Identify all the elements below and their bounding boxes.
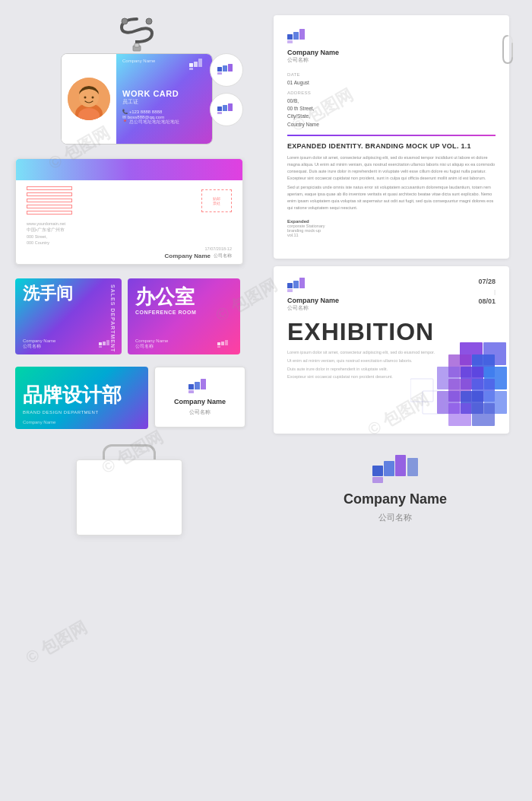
svg-rect-59	[384, 461, 394, 476]
badge-pins	[210, 53, 243, 126]
svg-rect-24	[106, 340, 109, 345]
exh-dates: 07/28 | 08/01	[478, 277, 496, 307]
svg-rect-41	[287, 289, 293, 292]
envelope-footer: 17/07/2018-12 Company Name 公司名称	[165, 246, 232, 259]
svg-rect-28	[225, 340, 228, 345]
card-info-section: Company Name WORK CARD 员工证 📞 +123 8888 8…	[116, 54, 212, 144]
avatar	[68, 78, 110, 120]
door-sign-bottom: Company Name 公司名称	[23, 339, 114, 350]
lh-company-name: Company Name	[287, 49, 339, 56]
card-address: 📍 总公司地址地址地址地址	[122, 119, 206, 125]
svg-rect-18	[217, 106, 222, 111]
svg-rect-33	[188, 390, 194, 393]
svg-point-9	[92, 97, 94, 99]
envelope: 贴邮 票处 www.yourdomain.net 中国•广东省广州市 000 S…	[15, 158, 243, 265]
svg-rect-11	[194, 62, 198, 67]
dept-en: BRAND DESIGN DEPARTMENT	[23, 410, 141, 415]
lh-logo: Company Name 公司名称	[287, 27, 339, 64]
card-company-name: Company Name	[122, 59, 155, 63]
envelope-header	[16, 159, 242, 180]
bottom-company-card: Company Name 公司名称	[274, 441, 517, 536]
bottom-company-cn: 公司名称	[378, 512, 412, 523]
svg-rect-55	[472, 403, 495, 426]
svg-rect-20	[228, 103, 233, 111]
svg-rect-14	[217, 67, 222, 72]
svg-rect-17	[217, 72, 222, 75]
shopping-bag	[76, 444, 182, 536]
svg-rect-27	[221, 342, 224, 345]
paperclip	[502, 34, 513, 68]
svg-rect-16	[228, 64, 233, 72]
bag-handle	[103, 444, 156, 461]
svg-rect-38	[287, 283, 293, 288]
svg-point-0	[122, 18, 128, 24]
biz-company-cn: 公司名称	[189, 408, 211, 416]
door-signs: SALES DEPARTMENT 洗手间 Company Name 公司名称	[15, 278, 240, 354]
svg-rect-35	[293, 32, 299, 40]
biz-company-name: Company Name	[174, 398, 226, 405]
door-sign-company-2: Company Name 公司名称	[135, 339, 168, 350]
svg-rect-40	[299, 278, 305, 288]
exh-company-name: Company Name	[287, 297, 470, 304]
svg-rect-26	[217, 342, 220, 345]
svg-rect-36	[299, 29, 305, 40]
stamp-area: 贴邮 票处	[201, 189, 232, 212]
checker-pattern	[410, 342, 509, 434]
business-card-small: Company Name 公司名称	[154, 367, 245, 428]
svg-rect-60	[395, 455, 406, 476]
card-logo	[189, 59, 206, 74]
lh-company-cn: 公司名称	[287, 56, 309, 64]
svg-rect-32	[201, 379, 206, 389]
svg-rect-13	[189, 68, 193, 70]
exh-company-cn: 公司名称	[287, 304, 470, 312]
svg-rect-15	[223, 65, 227, 72]
card-email: ✉ boss888@qq.com	[122, 114, 206, 119]
svg-rect-37	[287, 40, 293, 43]
door-sign-company: Company Name 公司名称	[23, 339, 55, 350]
envelope-address: www.yourdomain.net 中国•广东省广州市 000 Street,…	[27, 221, 232, 246]
door-sign-bottom-2: Company Name 公司名称	[135, 339, 233, 350]
lh-body2: Sed ut perspiciatis unde omnis iste natu…	[287, 184, 496, 211]
svg-rect-39	[293, 281, 299, 288]
work-card: Company Name WORK CARD 员工证 📞 +123 8888 8…	[61, 53, 213, 145]
svg-rect-21	[217, 112, 222, 114]
exh-logo: Company Name 公司名称	[287, 277, 470, 312]
door-sign-washroom: SALES DEPARTMENT 洗手间 Company Name 公司名称	[15, 278, 122, 354]
door-sign-cn: 洗手间	[15, 278, 122, 303]
lh-fields: Date 01 August Address 00/B, 00 th Stree…	[287, 72, 496, 129]
lanyard	[114, 15, 160, 53]
letterhead: Company Name 公司名称 Date 01 August Address…	[274, 15, 509, 259]
door-sign-office: 办公室 CONFERENCE ROOM Company Name 公司名称	[128, 278, 240, 354]
badge-pin-2	[210, 93, 243, 126]
bottom-company-name: Company Name	[344, 491, 447, 507]
svg-point-8	[84, 97, 87, 99]
svg-rect-12	[198, 59, 202, 67]
lh-body1: Lorem ipsum dolor sit amet, consectetur …	[287, 154, 496, 181]
lh-date-val: 01 August	[287, 79, 496, 87]
door-sign-cn-2: 办公室	[128, 278, 240, 308]
card-title: WORK CARD	[122, 89, 206, 98]
svg-rect-22	[99, 342, 102, 345]
shopping-bag-section	[15, 444, 243, 536]
svg-rect-54	[448, 403, 471, 426]
card-subtitle: 员工证	[122, 98, 206, 106]
svg-rect-3	[135, 43, 139, 47]
svg-rect-30	[188, 384, 194, 389]
svg-rect-34	[287, 34, 293, 40]
lh-section-title: EXPANDED IDENTITY. BRANDING MOCK UP VOL.…	[287, 142, 496, 150]
svg-rect-10	[189, 63, 193, 67]
lh-footer: Expanded corporate Stationary branding m…	[287, 219, 496, 237]
card-avatar-section	[62, 54, 116, 144]
card-phone: 📞 +123 8888 8888	[122, 109, 206, 114]
lh-separator	[287, 135, 496, 136]
dept-logo: Company Name	[23, 420, 55, 424]
svg-rect-58	[372, 466, 383, 476]
svg-rect-29	[217, 346, 220, 348]
svg-rect-56	[410, 379, 433, 402]
lh-address-label: Address	[287, 90, 496, 97]
svg-rect-31	[195, 382, 200, 389]
svg-rect-62	[407, 458, 418, 476]
dept-sign: 品牌设计部 BRAND DESIGN DEPARTMENT Company Na…	[15, 367, 148, 429]
dept-cn: 品牌设计部	[23, 382, 141, 408]
svg-rect-23	[103, 342, 106, 345]
